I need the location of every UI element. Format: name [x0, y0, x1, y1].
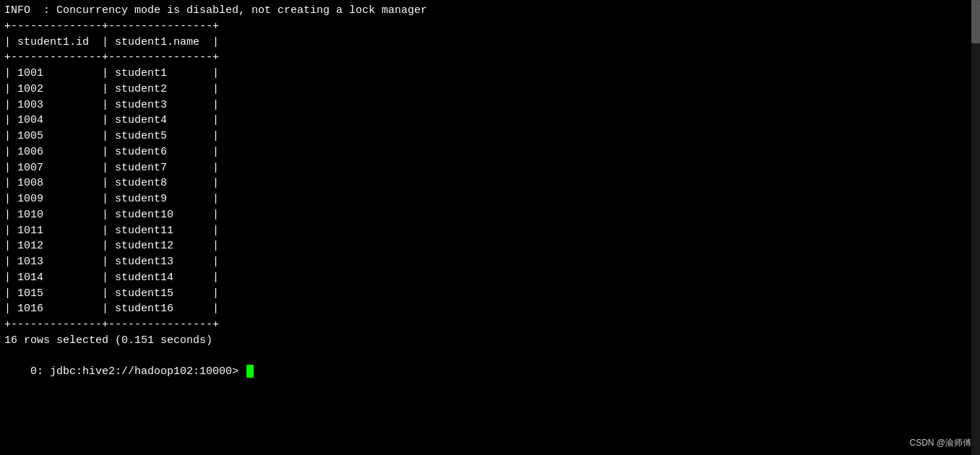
- table-row: | 1003 | student3 |: [4, 98, 976, 113]
- table-row: | 1010 | student10 |: [4, 207, 976, 223]
- table-row: | 1007 | student7 |: [4, 160, 976, 176]
- prompt-line[interactable]: 0: jdbc:hive2://hadoop102:10000>: [4, 349, 976, 396]
- terminal: INFO : Concurrency mode is disabled, not…: [0, 0, 980, 455]
- table-row: | 1012 | student12 |: [4, 238, 976, 254]
- header-row: | student1.id | student1.name |: [4, 35, 976, 51]
- table-row: | 1016 | student16 |: [4, 301, 976, 317]
- table-row: | 1009 | student9 |: [4, 191, 976, 207]
- table-row: | 1014 | student14 |: [4, 270, 976, 286]
- separator-bot: +--------------+----------------+: [4, 317, 976, 333]
- table-row: | 1008 | student8 |: [4, 176, 976, 191]
- table-row: | 1006 | student6 |: [4, 144, 976, 160]
- info-line: INFO : Concurrency mode is disabled, not…: [4, 3, 976, 19]
- watermark: CSDN @渝师傅: [909, 437, 971, 449]
- table-row: | 1013 | student13 |: [4, 254, 976, 270]
- table-row: | 1015 | student15 |: [4, 286, 976, 302]
- table-row: | 1004 | student4 |: [4, 113, 976, 129]
- prompt-text: 0: jdbc:hive2://hadoop102:10000>: [30, 365, 245, 378]
- summary-line: 16 rows selected (0.151 seconds): [4, 333, 976, 349]
- table-row: | 1001 | student1 |: [4, 66, 976, 82]
- separator-top: +--------------+----------------+: [4, 19, 976, 35]
- separator-mid: +--------------+----------------+: [4, 50, 976, 66]
- table-body: | 1001 | student1 || 1002 | student2 || …: [4, 66, 976, 317]
- scrollbar[interactable]: [971, 0, 980, 455]
- scrollbar-thumb[interactable]: [971, 0, 980, 43]
- cursor: [246, 365, 254, 378]
- table-row: | 1002 | student2 |: [4, 82, 976, 98]
- table-row: | 1005 | student5 |: [4, 129, 976, 144]
- table-row: | 1011 | student11 |: [4, 223, 976, 239]
